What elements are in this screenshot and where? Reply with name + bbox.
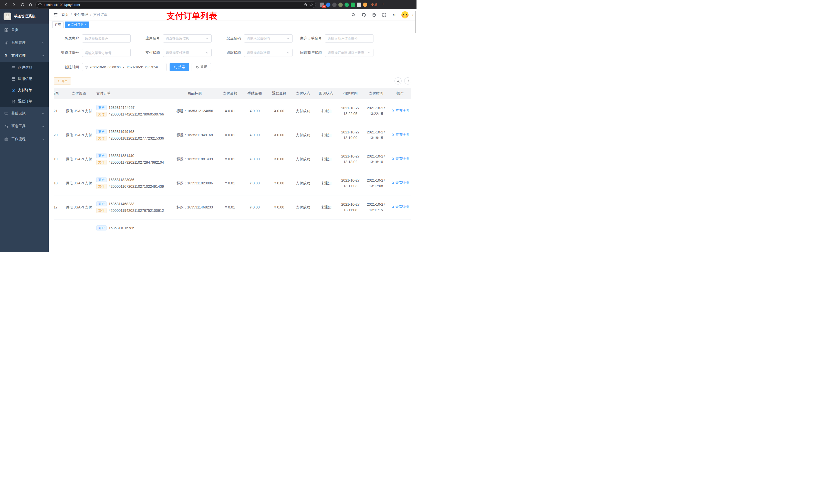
- merchant-order-no-input[interactable]: [325, 34, 374, 43]
- extension-icon[interactable]: 10: [320, 3, 324, 7]
- chevron-down-icon: [42, 125, 45, 128]
- sidebar-item-label: 退款订单: [18, 99, 32, 104]
- breadcrumb-payment[interactable]: 支付管理: [74, 13, 88, 17]
- github-icon[interactable]: [360, 11, 367, 18]
- sidebar-item-merchant-info[interactable]: 商户信息: [0, 62, 49, 73]
- cell-pay-amount: ¥ 0.01: [218, 195, 242, 219]
- page-content: 所属商户 应用编号 请选择应用信息 渠道编码 请输入渠道编码: [49, 29, 416, 252]
- browser-menu-icon[interactable]: ⋮: [381, 2, 385, 7]
- extension-icon[interactable]: [338, 3, 343, 7]
- cell-order: 商户1635311015786: [95, 219, 172, 237]
- cell-actions: 查看详情: [389, 99, 411, 123]
- view-detail-link[interactable]: 查看详情: [391, 132, 409, 137]
- close-icon[interactable]: ×: [85, 23, 86, 26]
- cell-actions: 查看详情: [389, 147, 411, 171]
- sidebar-item-label: 工作流程: [11, 137, 39, 141]
- cell-fee: [242, 219, 267, 237]
- sidebar-item-system[interactable]: 系统管理: [0, 37, 49, 49]
- sidebar-item-home[interactable]: 首页: [0, 24, 49, 37]
- cell-notify: 未通知: [314, 123, 338, 147]
- search-toggle-button[interactable]: [395, 77, 402, 85]
- cell-paytime: 2021-10-2713:18:10: [363, 147, 389, 171]
- select-placeholder: 请选择退款状态: [247, 50, 285, 55]
- sidebar-item-workflow[interactable]: 工作流程: [0, 133, 49, 145]
- sidebar-toggle-icon[interactable]: [52, 11, 60, 19]
- sidebar-item-label: 支付管理: [11, 53, 39, 58]
- tab-home[interactable]: 首页: [52, 22, 64, 28]
- channel-code-select[interactable]: 请输入渠道编码: [244, 34, 292, 43]
- profile-avatar[interactable]: [363, 3, 367, 7]
- pay-status-select[interactable]: 请选择支付状态: [163, 49, 212, 57]
- sidebar-item-devtools[interactable]: 研发工具: [0, 120, 49, 133]
- select-placeholder: 请选择订单回调商户状态: [328, 50, 366, 55]
- site-info-icon[interactable]: [38, 3, 42, 6]
- export-button[interactable]: 导出: [54, 77, 71, 85]
- refund-status-select[interactable]: 请选择退款状态: [244, 49, 292, 57]
- field-label: 应用编号: [135, 36, 163, 41]
- bookmark-star-icon[interactable]: [309, 3, 313, 7]
- search-button[interactable]: 搜索: [170, 63, 189, 71]
- merchant-input[interactable]: [82, 34, 130, 43]
- sidebar-item-payment[interactable]: ¥ 支付管理: [0, 49, 49, 62]
- pay-no: 4200001174202110278060590766: [109, 112, 164, 117]
- channel-order-no-input[interactable]: [82, 49, 130, 57]
- extension-icon[interactable]: ✓: [344, 3, 349, 7]
- sidebar-item-label: 支付订单: [18, 88, 32, 93]
- extensions-pin-icon[interactable]: [357, 3, 361, 7]
- cell-notify: [314, 219, 338, 237]
- view-detail-link[interactable]: 查看详情: [391, 108, 409, 113]
- breadcrumb-separator: /: [90, 13, 91, 17]
- forward-button[interactable]: [11, 1, 18, 8]
- extension-icon[interactable]: [332, 3, 337, 7]
- extension-badge: 10: [322, 5, 326, 8]
- pay-tag: 支付: [96, 184, 106, 189]
- caret-down-icon[interactable]: ▾: [412, 14, 413, 16]
- sidebar-item-label: 研发工具: [11, 124, 39, 128]
- cell-refund: ¥ 0.00: [267, 123, 291, 147]
- page-scrollbar[interactable]: [415, 11, 416, 33]
- table-row: 商户1635311015786: [54, 219, 411, 237]
- share-icon[interactable]: [304, 3, 307, 6]
- active-dot: [68, 24, 70, 26]
- reset-button[interactable]: 重置: [192, 63, 211, 71]
- date-range-picker[interactable]: 2021-10-01 00:00:00 - 2021-10-31 23:59:5…: [82, 63, 166, 71]
- cell-fee: ¥ 0.00: [242, 147, 267, 171]
- merchant-no: 1635311949168: [109, 129, 134, 135]
- cell-channel: 微信 JSAPI 支付: [63, 195, 95, 219]
- yen-icon: ¥: [4, 53, 8, 57]
- extension-icon[interactable]: [326, 3, 330, 7]
- user-avatar[interactable]: [401, 11, 409, 19]
- fullscreen-icon[interactable]: [381, 11, 387, 18]
- search-icon[interactable]: [350, 11, 357, 18]
- breadcrumb-home[interactable]: 首页: [62, 13, 69, 17]
- back-button[interactable]: [3, 1, 9, 8]
- cell-actions: [389, 219, 411, 237]
- reload-button[interactable]: [19, 1, 26, 8]
- sidebar-item-infra[interactable]: 基础设施: [0, 107, 49, 120]
- cell-status: 支付成功: [291, 99, 314, 123]
- table-tools: [395, 77, 411, 85]
- merchant-no: 1635311881440: [109, 153, 134, 159]
- cell-id: [54, 219, 63, 237]
- home-button[interactable]: [27, 1, 34, 8]
- sidebar-item-label: 基础设施: [11, 111, 39, 116]
- app-id-select[interactable]: 请选择应用信息: [163, 34, 212, 43]
- table-refresh-button[interactable]: [404, 77, 411, 85]
- extension-icon[interactable]: [351, 3, 355, 7]
- font-size-icon[interactable]: tT: [391, 11, 398, 18]
- view-detail-link[interactable]: 查看详情: [391, 156, 409, 161]
- notify-status-select[interactable]: 请选择订单回调商户状态: [325, 49, 374, 57]
- view-detail-link[interactable]: 查看详情: [391, 205, 409, 210]
- tab-pay-order[interactable]: 支付订单 ×: [65, 22, 89, 28]
- sidebar-item-app-info[interactable]: 应用信息: [0, 73, 49, 85]
- view-detail-link[interactable]: 查看详情: [391, 180, 409, 186]
- sidebar-item-refund-order[interactable]: 退款订单: [0, 96, 49, 107]
- sidebar-item-pay-order[interactable]: 支付订单: [0, 85, 49, 96]
- browser-update-button[interactable]: 更新: [369, 2, 380, 7]
- url-bar[interactable]: localhost:1024/pay/order: [35, 1, 316, 8]
- help-icon[interactable]: [371, 11, 377, 18]
- cell-notify: 未通知: [314, 99, 338, 123]
- cell-title: [172, 219, 218, 237]
- table-toolbar: 导出: [54, 77, 411, 85]
- col-header-id: 编号: [54, 88, 63, 99]
